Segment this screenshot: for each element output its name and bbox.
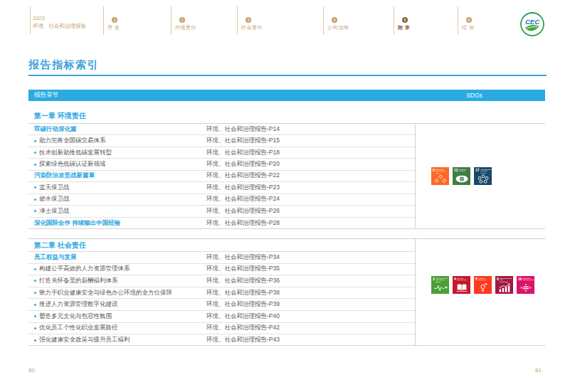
sdg-4-icon: 4 Quality Education [453, 276, 470, 294]
index-row: 强化健康安全政策与提升员工福利 环境、社会和治理报告-P43 [28, 334, 415, 346]
sdg-number: 8 [497, 277, 499, 281]
nav-divider [103, 6, 104, 35]
chapter-1-block: 双碳行动深化篇 环境、社会和治理报告-P14助力完善全国碳交易体系 环境、社会和… [28, 123, 545, 229]
sdg-5-icon: 5 Gender Equality [474, 276, 492, 294]
sdg-label: Gender Equality [478, 277, 491, 281]
bullet-icon [34, 186, 36, 189]
index-row: 蓝天保卫战 环境、社会和治理报告-P23 [28, 182, 415, 194]
sdg-8-icon: 8 Decent Work and Economic Growth [495, 276, 513, 294]
row-title: 净土保卫战 [39, 207, 70, 216]
nav-item-label: 环境责任 [175, 24, 196, 31]
nav-item-3: 3 社会责任 [241, 17, 263, 31]
index-row: 打造关怀备至的薪酬福利体系 环境、社会和治理报告-P36 [28, 275, 415, 287]
nav-item-label: 附 录 [398, 24, 410, 31]
nav-item-label: 公司治理 [327, 24, 349, 31]
index-row: 助力完善全国碳交易体系 环境、社会和治理报告-P15 [28, 135, 415, 147]
row-page-ref: 环境、社会和治理报告-P39 [206, 300, 280, 309]
sdg-number: 17 [475, 169, 480, 172]
row-page-ref: 环境、社会和治理报告-P28 [206, 219, 280, 228]
row-title: 优化员工个性化职业发展路径 [39, 324, 118, 332]
report-brand: 2023 环境、社会和治理报告 [33, 15, 86, 31]
sdg-number: 10 [518, 277, 522, 281]
sdg-number: 13 [454, 169, 458, 172]
nav-number-icon: 6 [466, 17, 472, 23]
bullet-icon [34, 210, 36, 212]
index-row: 优化员工个性化职业发展路径 环境、社会和治理报告-P42 [28, 323, 415, 335]
nav-divider [171, 6, 172, 35]
row-title: 污染防治攻坚战新篇章 [34, 171, 95, 180]
sdg-label: Partnerships for the Goals [480, 169, 491, 174]
row-page-ref: 环境、社会和治理报告-P14 [206, 125, 280, 134]
brand-title: 环境、社会和治理报告 [33, 23, 86, 31]
index-row: 深化国际合作 持续输出中国经验 环境、社会和治理报告-P28 [28, 218, 415, 229]
page-number-right: 81 [535, 367, 542, 374]
row-page-ref: 环境、社会和治理报告-P35 [206, 265, 280, 273]
row-title: 致力于职业健康安全与绿色办公环境的全方位保障 [39, 289, 172, 297]
chapter-2-sdgs: 3 Good Health and Well-Being 4 Quality E… [415, 239, 545, 345]
index-row: 推进人力资源管理数字化建设 环境、社会和治理报告-P39 [28, 299, 415, 311]
nav-item-4: 4 公司治理 [327, 17, 349, 31]
sdg-label: Industry, Innovation and Infrastructure [436, 169, 448, 174]
column-header-chapters: 报告章节 [28, 91, 409, 100]
index-row: 技术创新助推低碳发展转型 环境、社会和治理报告-P18 [28, 147, 415, 159]
row-page-ref: 环境、社会和治理报告-P20 [206, 160, 280, 169]
row-title: 蓝天保卫战 [39, 184, 70, 192]
index-row: 双碳行动深化篇 环境、社会和治理报告-P14 [28, 124, 415, 135]
index-row: 塑造多元文化与包容性氛围 环境、社会和治理报告-P40 [28, 311, 415, 323]
row-title: 打造关怀备至的薪酬福利体系 [39, 277, 118, 285]
index-row: 员工权益与发展 环境、社会和治理报告-P34 [28, 252, 415, 264]
sdg-13-icon: 13 Climate Action [453, 167, 470, 185]
cec-logo-text: CEC [525, 18, 539, 26]
row-page-ref: 环境、社会和治理报告-P23 [206, 184, 280, 192]
index-row: 污染防治攻坚战新篇章 环境、社会和治理报告-P22 [28, 171, 415, 182]
sdg-label: Climate Action [459, 169, 470, 172]
row-page-ref: 环境、社会和治理报告-P36 [206, 277, 280, 285]
nav-number-icon: 3 [246, 17, 251, 23]
bullet-icon [34, 198, 36, 201]
row-page-ref: 环境、社会和治理报告-P18 [206, 149, 280, 157]
sdg-number: 4 [454, 277, 456, 281]
bullet-icon [34, 315, 36, 317]
brand-year: 2023 [33, 15, 86, 23]
bullet-icon [34, 327, 36, 329]
nav-divider [237, 6, 238, 35]
bullet-icon [34, 140, 36, 142]
sdg-number: 3 [433, 277, 435, 281]
sdg-label: Quality Education [457, 277, 470, 281]
nav-item-label: 序 言 [107, 24, 120, 31]
sdg-number: 9 [433, 169, 435, 172]
sdg-label: Reduced Inequalities [523, 277, 534, 281]
bullet-icon [34, 268, 36, 270]
row-title: 碧水保卫战 [39, 195, 70, 203]
bullet-icon [34, 152, 36, 154]
chapter-1-sdgs: 9 Industry, Innovation and Infrastructur… [415, 124, 545, 228]
nav-divider [394, 6, 394, 35]
sdg-10-icon: 10 Reduced Inequalities [517, 276, 534, 294]
chapter-2-rows: 第二章 社会责任 员工权益与发展 环境、社会和治理报告-P34构建公平高效的人力… [28, 239, 415, 345]
nav-divider [323, 6, 324, 35]
row-title: 探索绿色低碳认证新领域 [39, 160, 106, 169]
index-row: 碧水保卫战 环境、社会和治理报告-P24 [28, 194, 415, 206]
row-page-ref: 环境、社会和治理报告-P34 [206, 253, 280, 262]
row-title: 员工权益与发展 [34, 253, 77, 262]
chapter-1-rows: 双碳行动深化篇 环境、社会和治理报告-P14助力完善全国碳交易体系 环境、社会和… [28, 124, 415, 228]
row-page-ref: 环境、社会和治理报告-P24 [206, 195, 280, 203]
bullet-icon [34, 280, 36, 282]
sdg-9-icon: 9 Industry, Innovation and Infrastructur… [431, 167, 449, 185]
sdg-17-icon: 17 Partnerships for the Goals [474, 167, 492, 185]
row-page-ref: 环境、社会和治理报告-P40 [206, 312, 280, 321]
sdg-3-icon: 3 Good Health and Well-Being [431, 276, 449, 294]
row-page-ref: 环境、社会和治理报告-P43 [206, 336, 280, 344]
chapter-2-block: 第二章 社会责任 员工权益与发展 环境、社会和治理报告-P34构建公平高效的人力… [28, 238, 545, 346]
index-row: 致力于职业健康安全与绿色办公环境的全方位保障 环境、社会和治理报告-P38 [28, 287, 415, 300]
sdg-number: 5 [475, 277, 478, 281]
bullet-icon [34, 339, 36, 341]
cec-logo-icon: CEC [519, 11, 545, 37]
row-page-ref: 环境、社会和治理报告-P15 [206, 137, 280, 145]
index-row: 构建公平高效的人力资源管理体系 环境、社会和治理报告-P35 [28, 264, 415, 276]
page-title: 报告指标索引 [28, 58, 99, 72]
sdg-label: Good Health and Well-Being [436, 277, 448, 282]
row-title: 推进人力资源管理数字化建设 [39, 300, 118, 309]
row-title: 塑造多元文化与包容性氛围 [39, 312, 112, 321]
report-nav: 2023 环境、社会和治理报告 1 序 言2 环境责任3 社会责任4 公司治理5… [0, 4, 575, 36]
